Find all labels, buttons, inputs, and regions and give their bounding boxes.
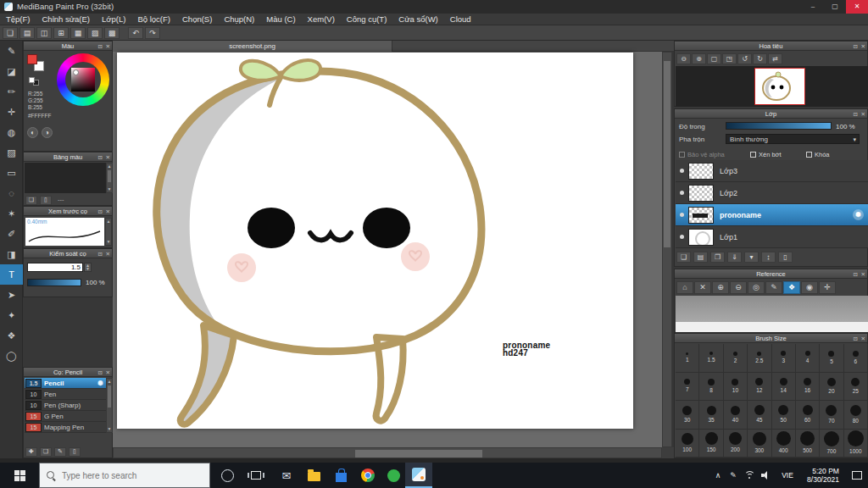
scrollbar-thumb[interactable] bbox=[108, 170, 111, 182]
brush-size-cell[interactable]: 12 bbox=[748, 373, 771, 402]
brush-row[interactable]: 10 Pen ✺ bbox=[25, 389, 106, 400]
volume-button[interactable] bbox=[758, 463, 775, 488]
duplicate-layer-icon[interactable]: ❐ bbox=[710, 252, 725, 263]
brush-control-header[interactable]: Kiểm soát cọ ⊡ ✕ bbox=[24, 249, 112, 258]
magic-wand-tool[interactable]: ✶ bbox=[0, 203, 23, 224]
foreground-color-swatch[interactable] bbox=[27, 54, 37, 64]
brush-size-cell[interactable]: 3 bbox=[772, 344, 796, 373]
float-panel-icon[interactable]: ⊡ bbox=[98, 249, 103, 258]
flip-horizontal-icon[interactable]: ⇄ bbox=[768, 53, 782, 64]
crosshair-icon[interactable]: ✛ bbox=[819, 281, 836, 294]
actual-pixels-icon[interactable]: ◳ bbox=[722, 53, 737, 64]
brush-size-cell[interactable]: 30 bbox=[676, 401, 699, 430]
hand-tool[interactable]: ❖ bbox=[0, 325, 23, 346]
brush-size-cell[interactable]: 1000 bbox=[844, 430, 868, 458]
brush-size-cell[interactable]: 4 bbox=[796, 344, 820, 373]
layer-visibility-dot[interactable] bbox=[680, 235, 684, 239]
add-layer-icon[interactable]: ❏ bbox=[676, 252, 691, 263]
delete-layer-icon[interactable]: ▯ bbox=[778, 252, 793, 263]
layer-menu-icon[interactable]: ▾ bbox=[744, 252, 759, 263]
undo-icon[interactable]: ↶ bbox=[128, 27, 143, 39]
minimize-button[interactable]: – bbox=[802, 0, 824, 14]
delete-brush-icon[interactable]: ▯ bbox=[69, 447, 81, 457]
file-explorer-button[interactable] bbox=[300, 463, 327, 488]
brush-size-cell[interactable]: 6 bbox=[844, 344, 868, 373]
rotate-right-icon[interactable]: ↻ bbox=[753, 53, 767, 64]
add-color-icon[interactable]: ❏ bbox=[25, 196, 37, 205]
save-file-icon[interactable]: ◫ bbox=[36, 27, 52, 39]
brush-list-scrollbar[interactable]: ▲ ▼ bbox=[106, 378, 113, 433]
layer-visibility-dot[interactable] bbox=[680, 169, 684, 173]
operation-tool[interactable]: ➤ bbox=[0, 285, 23, 305]
zoom-tool[interactable]: ◯ bbox=[0, 346, 23, 366]
canvas[interactable]: prononame hd247 bbox=[117, 53, 633, 429]
close-panel-icon[interactable]: ✕ bbox=[106, 249, 110, 258]
fit-window-icon[interactable]: ▢ bbox=[707, 53, 721, 64]
add-folder-icon[interactable]: ▤ bbox=[693, 252, 708, 263]
float-panel-icon[interactable]: ⊡ bbox=[854, 334, 858, 343]
duplicate-brush-icon[interactable]: ❏ bbox=[40, 447, 52, 457]
menu-item[interactable]: Màu (C) bbox=[260, 14, 301, 25]
zoom-out-icon[interactable]: ⊖ bbox=[676, 53, 691, 64]
brush-size-cell[interactable]: 700 bbox=[820, 430, 843, 458]
primary-color-swatch[interactable] bbox=[29, 77, 35, 83]
canvas-horizontal-scrollbar[interactable] bbox=[113, 447, 662, 458]
language-indicator[interactable]: VIE bbox=[776, 463, 798, 488]
layer-settings-icon[interactable]: ✺ bbox=[853, 209, 864, 220]
close-panel-icon[interactable]: ✕ bbox=[106, 152, 110, 162]
protect-alpha-checkbox[interactable]: Bảo vệ alpha bbox=[679, 145, 750, 160]
brush-opacity-slider[interactable] bbox=[27, 279, 81, 286]
brush-row[interactable]: 15 Mapping Pen ✺ bbox=[25, 422, 106, 433]
color-panel-header[interactable]: Màu ⊡ ✕ bbox=[24, 42, 112, 51]
mail-app-button[interactable]: ✉ bbox=[273, 463, 300, 488]
navigator-preview-area[interactable] bbox=[676, 66, 868, 107]
saturation-value-square[interactable] bbox=[71, 68, 95, 92]
redo-icon[interactable]: ↷ bbox=[145, 27, 160, 39]
cortana-button[interactable] bbox=[214, 463, 241, 488]
brush-size-cell[interactable]: 2.5 bbox=[748, 344, 771, 373]
brush-size-header[interactable]: Brush Size ⊡ ✕ bbox=[675, 334, 867, 343]
brush-row[interactable]: 10 Pen (Sharp) ✺ bbox=[25, 400, 106, 411]
close-button[interactable]: ✕ bbox=[846, 0, 868, 14]
open-file-icon[interactable]: ▤ bbox=[19, 27, 35, 39]
select-eraser-tool[interactable]: ◨ bbox=[0, 244, 23, 264]
brush-size-cell[interactable]: 300 bbox=[748, 430, 771, 458]
layer-visibility-dot[interactable] bbox=[680, 213, 684, 217]
menu-item[interactable]: Lớp(L) bbox=[96, 14, 131, 25]
color-bar-mode-icon[interactable]: ◑ bbox=[42, 127, 53, 138]
canvas-size-icon[interactable]: ⊞ bbox=[53, 27, 69, 39]
delete-color-icon[interactable]: ▯ bbox=[40, 196, 52, 205]
pen-tool[interactable]: ✏ bbox=[0, 81, 23, 102]
canvas-viewport[interactable]: prononame hd247 bbox=[113, 52, 662, 447]
clear-icon[interactable]: ✕ bbox=[694, 281, 711, 294]
float-panel-icon[interactable]: ⊡ bbox=[854, 109, 858, 119]
brush-width-field[interactable]: 1.5 bbox=[27, 263, 83, 272]
menu-item[interactable]: Bộ lọc(F) bbox=[131, 14, 176, 25]
scroll-up-icon[interactable]: ▲ bbox=[107, 164, 112, 169]
rotate-left-icon[interactable]: ↺ bbox=[737, 53, 752, 64]
reference-preview-area[interactable] bbox=[676, 296, 868, 322]
reset-view-icon[interactable]: ◎ bbox=[748, 281, 765, 294]
clock[interactable]: 5:20 PM 8/30/2021 bbox=[800, 463, 846, 488]
palette-panel-header[interactable]: Bảng màu ⊡ ✕ bbox=[24, 152, 112, 162]
close-panel-icon[interactable]: ✕ bbox=[861, 334, 865, 343]
loupe-icon[interactable]: ◉ bbox=[801, 281, 818, 294]
zoom-in-icon[interactable]: ⊕ bbox=[712, 281, 729, 294]
brush-size-cell[interactable]: 25 bbox=[844, 373, 868, 402]
brush-size-cell[interactable]: 500 bbox=[796, 430, 820, 458]
eyedropper-icon[interactable]: ✎ bbox=[765, 281, 782, 294]
layer-visibility-dot[interactable] bbox=[680, 191, 684, 195]
brush-size-cell[interactable]: 80 bbox=[844, 401, 868, 430]
brush-size-cell[interactable]: 40 bbox=[724, 401, 748, 430]
menu-item[interactable]: Cửa sổ(W) bbox=[392, 14, 443, 25]
close-panel-icon[interactable]: ✕ bbox=[861, 42, 865, 51]
brush-size-cell[interactable]: 45 bbox=[748, 401, 771, 430]
eraser-tool[interactable]: ◪ bbox=[0, 61, 23, 81]
brush-size-cell[interactable]: 100 bbox=[676, 430, 699, 458]
layer-row[interactable]: Lớp1 ✺ bbox=[676, 226, 868, 248]
eyedropper-tool[interactable]: ✦ bbox=[0, 305, 23, 325]
brush-size-cell[interactable]: 70 bbox=[820, 401, 843, 430]
tray-pen-button[interactable]: ✎ bbox=[726, 463, 741, 488]
brush-size-cell[interactable]: 20 bbox=[820, 373, 843, 402]
blend-mode-select[interactable]: Bình thường ▾ bbox=[726, 134, 860, 144]
